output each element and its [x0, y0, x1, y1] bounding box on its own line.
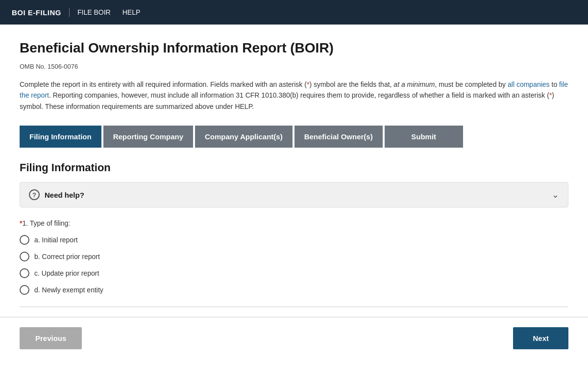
tab-beneficial-owners[interactable]: Beneficial Owner(s): [294, 126, 383, 148]
navbar: BOI E-FILING FILE BOIR HELP: [0, 0, 588, 25]
next-button[interactable]: Next: [513, 327, 568, 349]
intro-part3: to: [550, 80, 559, 88]
main-content: Beneficial Ownership Information Report …: [0, 25, 588, 307]
chevron-down-icon: ⌄: [552, 189, 559, 200]
intro-part1: Complete the report in its entirety with…: [20, 80, 307, 88]
page-title: Beneficial Ownership Information Report …: [20, 40, 568, 56]
help-box[interactable]: ? Need help? ⌄: [20, 182, 568, 207]
omb-number: OMB No. 1506-0076: [20, 63, 568, 70]
help-label: Need help?: [45, 191, 84, 199]
radio-circle-exempt: [20, 285, 29, 295]
radio-circle-initial: [20, 235, 29, 245]
help-circle-icon: ?: [29, 189, 40, 200]
radio-initial-report[interactable]: a. Initial report: [20, 235, 568, 245]
radio-update-prior-report[interactable]: c. Update prior report: [20, 268, 568, 278]
tab-submit[interactable]: Submit: [385, 126, 463, 148]
radio-newly-exempt-entity[interactable]: d. Newly exempt entity: [20, 285, 568, 295]
radio-label-correct: b. Correct prior report: [34, 253, 100, 260]
file-boir-link[interactable]: FILE BOIR: [77, 8, 111, 16]
help-box-left: ? Need help?: [29, 189, 84, 200]
radio-group: a. Initial report b. Correct prior repor…: [20, 235, 568, 295]
tab-reporting-company[interactable]: Reporting Company: [103, 126, 193, 148]
tab-filing-information[interactable]: Filing Information: [20, 126, 101, 148]
radio-label-initial: a. Initial report: [34, 236, 78, 244]
footer-bar: Previous Next: [0, 317, 588, 359]
radio-correct-prior-report[interactable]: b. Correct prior report: [20, 252, 568, 261]
filing-type-text: 1. Type of filing:: [22, 219, 70, 227]
intro-part4: . Reporting companies, however, must inc…: [49, 91, 549, 99]
intro-text: Complete the report in its entirety with…: [20, 79, 568, 112]
navbar-links: FILE BOIR HELP: [77, 8, 140, 16]
radio-circle-update: [20, 268, 29, 278]
help-link[interactable]: HELP: [122, 8, 141, 16]
section-title: Filing Information: [20, 161, 568, 174]
tab-company-applicants[interactable]: Company Applicant(s): [195, 126, 293, 148]
tabs-bar: Filing Information Reporting Company Com…: [20, 126, 568, 148]
radio-label-exempt: d. Newly exempt entity: [34, 286, 103, 294]
intro-part2: ) symbol are the fields that, at a minim…: [309, 80, 508, 88]
radio-circle-correct: [20, 252, 29, 261]
filing-type-label: *1. Type of filing:: [20, 219, 568, 227]
intro-all-companies: all companies: [508, 80, 550, 88]
previous-button[interactable]: Previous: [20, 327, 82, 349]
radio-label-update: c. Update prior report: [34, 269, 99, 277]
section-divider: [20, 307, 568, 307]
navbar-brand: BOI E-FILING: [12, 8, 70, 17]
